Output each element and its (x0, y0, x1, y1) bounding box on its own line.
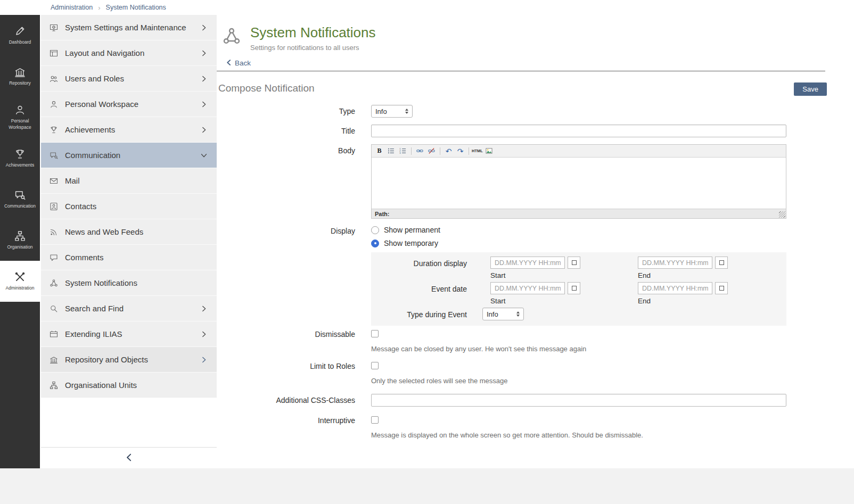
ordered-list-icon: 123 (399, 147, 406, 154)
menu-item-personal-workspace[interactable]: Personal Workspace (41, 92, 217, 117)
redo-icon: ↷ (457, 147, 464, 155)
menu-item-news-and-web-feeds[interactable]: News and Web Feeds (41, 219, 217, 245)
interruptive-help: Message is displayed on the whole screen… (371, 431, 854, 439)
rail-item-communication[interactable]: Communication (0, 179, 40, 220)
breadcrumb-link-system-notifications[interactable]: System Notifications (106, 4, 166, 11)
event-end-input[interactable] (638, 282, 712, 294)
dismissable-help: Message can be closed by any user. He wo… (371, 345, 854, 353)
css-classes-input[interactable] (371, 394, 786, 407)
show-permanent-radio[interactable]: Show permanent (371, 226, 854, 234)
compose-form: Type Info Title Body B123↶↷H (217, 105, 854, 439)
chevron-right-icon (201, 127, 207, 133)
type-select[interactable]: Info (371, 105, 413, 118)
menu-item-label: Repository and Objects (65, 355, 194, 364)
duration-end-caption: End (638, 271, 728, 279)
orgunit-icon (50, 381, 58, 390)
event-start-caption: Start (490, 297, 580, 305)
duration-end-input[interactable] (638, 257, 712, 269)
title-row: Title (217, 125, 854, 137)
duration-end-calendar-button[interactable] (715, 257, 728, 269)
body-editor-area[interactable] (372, 158, 786, 209)
interruptive-row: Interruptive Message is displayed on the… (217, 416, 854, 439)
rail-item-label: Organisation (7, 244, 32, 250)
menu-item-achievements[interactable]: Achievements (41, 117, 217, 143)
toolbar-separator (411, 147, 412, 155)
duration-display-label: Duration display (371, 257, 467, 279)
interruptive-checkbox[interactable] (371, 416, 379, 424)
link-button[interactable] (414, 146, 425, 156)
menu-item-communication[interactable]: Communication (41, 143, 217, 168)
menu-item-system-notifications[interactable]: System Notifications (41, 270, 217, 296)
menu-item-extending-ilias[interactable]: Extending ILIAS (41, 321, 217, 347)
limit-to-roles-help: Only the selected roles will see the mes… (371, 377, 854, 385)
display-row: Display Show permanent Show temporary Du… (217, 226, 854, 326)
system-notifications-icon (222, 27, 241, 46)
contact-icon (50, 202, 58, 211)
body-label: Body (217, 144, 371, 219)
rail-item-label: Achievements (6, 162, 34, 168)
rail-item-dashboard[interactable]: Dashboard (0, 15, 40, 56)
limit-to-roles-checkbox[interactable] (371, 362, 379, 369)
show-permanent-label: Show permanent (384, 226, 440, 234)
menu-item-layout-and-navigation[interactable]: Layout and Navigation (41, 40, 217, 66)
path-label: Path: (375, 211, 390, 217)
radio-icon[interactable] (371, 226, 379, 234)
ordered-list-button[interactable]: 123 (397, 146, 408, 156)
menu-item-system-settings-and-maintenance[interactable]: System Settings and Maintenance (41, 15, 217, 40)
mail-icon (50, 177, 58, 185)
settings-monitor-icon (50, 23, 58, 32)
event-start-input[interactable] (490, 282, 565, 294)
back-button[interactable]: Back (226, 59, 251, 67)
rail-item-label: Dashboard (9, 39, 31, 45)
users-icon (50, 75, 58, 83)
menu-item-label: Users and Roles (65, 74, 194, 83)
resize-grip-icon[interactable] (779, 211, 785, 218)
chevron-right-icon (201, 101, 207, 108)
unordered-list-button[interactable] (385, 146, 397, 156)
show-temporary-radio[interactable]: Show temporary (371, 239, 854, 247)
rail-item-organisation[interactable]: Organisation (0, 220, 40, 261)
menu-item-mail[interactable]: Mail (41, 168, 217, 194)
menu-item-comments[interactable]: Comments (41, 245, 217, 270)
rss-icon (50, 228, 58, 236)
radio-icon[interactable] (371, 239, 379, 247)
title-input[interactable] (371, 125, 786, 137)
menu-item-label: News and Web Feeds (65, 227, 207, 236)
menu-item-label: Extending ILIAS (65, 329, 194, 338)
duration-start-calendar-button[interactable] (568, 257, 580, 269)
menu-item-label: Mail (65, 176, 207, 185)
insert-image-button[interactable] (483, 146, 495, 156)
chevron-right-icon (201, 76, 207, 82)
unordered-list-icon (388, 147, 395, 154)
rail-item-repository[interactable]: Repository (0, 56, 40, 97)
rail-item-achievements[interactable]: Achievements (0, 138, 40, 179)
communication-icon (50, 151, 58, 160)
save-button[interactable]: Save (794, 82, 827, 96)
chevron-right-icon (201, 331, 207, 337)
admin-sidebar: System Settings and MaintenanceLayout an… (40, 15, 217, 468)
type-during-event-select[interactable]: Info (482, 308, 524, 320)
breadcrumb-link-administration[interactable]: Administration (51, 4, 93, 11)
event-start-calendar-button[interactable] (568, 282, 580, 294)
menu-item-organisational-units[interactable]: Organisational Units (41, 373, 217, 398)
html-source-button[interactable]: HTML (472, 146, 483, 156)
undo-button[interactable]: ↶ (443, 146, 454, 156)
bold-button[interactable]: B (374, 146, 385, 156)
event-end-calendar-button[interactable] (715, 282, 728, 294)
rail-item-personal-workspace[interactable]: Personal Workspace (0, 97, 40, 138)
menu-item-users-and-roles[interactable]: Users and Roles (41, 66, 217, 92)
duration-start-group: Start (490, 257, 580, 279)
menu-item-contacts[interactable]: Contacts (41, 194, 217, 219)
menu-item-repository-and-objects[interactable]: Repository and Objects (41, 347, 217, 373)
main-rail: DashboardRepositoryPersonal WorkspaceAch… (0, 15, 40, 468)
svg-text:3: 3 (399, 152, 401, 154)
duration-start-input[interactable] (490, 257, 565, 269)
rail-item-administration[interactable]: Administration (0, 261, 40, 302)
sidebar-collapse-button[interactable] (41, 447, 217, 468)
dismissable-checkbox[interactable] (371, 330, 379, 337)
unlink-button[interactable] (426, 146, 437, 156)
menu-item-search-and-find[interactable]: Search and Find (41, 296, 217, 321)
link-icon (416, 147, 423, 154)
redo-button[interactable]: ↷ (455, 146, 466, 156)
duration-display-row: Duration display Start (371, 257, 786, 279)
